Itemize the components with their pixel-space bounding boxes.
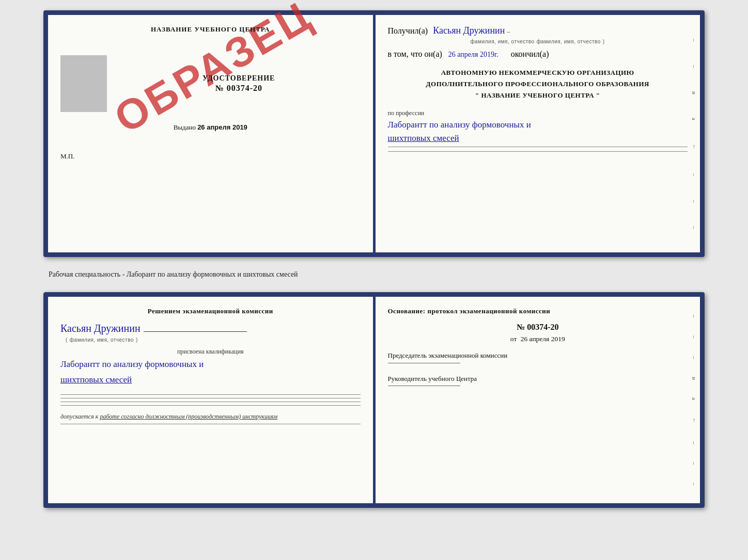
date-value: 26 апреля 2019г. — [448, 51, 498, 58]
cert-mp: М.П. — [60, 152, 361, 161]
right-side-markers: – – и а ← – – – — [689, 15, 700, 252]
comm-fio-block: Касьян Дружинин ( фамилия, имя, отчество… — [60, 323, 361, 344]
comm-qual-text: Лаборантт по анализу формовочных и — [60, 358, 361, 371]
comm-right-title: Основание: протокол экзаменационной коми… — [388, 307, 688, 315]
specialty-line: Рабочая специальность - Лаборант по анал… — [43, 270, 705, 279]
profession-label: по профессии — [388, 109, 688, 117]
comm-right-side-markers: – – – и а ← – – – — [689, 297, 700, 503]
cert-doc-label: УДОСТОВЕРЕНИЕ — [202, 74, 275, 83]
comm-fio-sub: ( — [66, 337, 68, 343]
fio-sub-cert: фамилия, имя, отчество — [471, 39, 535, 44]
org-line2: ДОПОЛНИТЕЛЬНОГО ПРОФЕССИОНАЛЬНОГО ОБРАЗО… — [388, 78, 688, 90]
comm-qual-text-2: шихтповых смесей — [60, 373, 361, 387]
org-block: АВТОНОМНУЮ НЕКОММЕРЧЕСКУЮ ОРГАНИЗАЦИЮ ДО… — [388, 67, 688, 101]
comm-qual-label: присвоена квалификация — [60, 348, 361, 356]
photo-placeholder — [60, 55, 107, 112]
comm-lines-block — [60, 394, 361, 406]
cert-issued-line: Выдано 26 апреля 2019 — [60, 123, 361, 132]
commission-book: Решением экзаменационной комиссии Касьян… — [43, 292, 705, 508]
comm-chairman-sign — [388, 363, 460, 363]
document-container: НАЗВАНИЕ УЧЕБНОГО ЦЕНТРА ОБРАЗЕЦ УДОСТОВ… — [43, 10, 705, 508]
comm-director-label: Руководитель учебного Центра — [388, 374, 688, 384]
cert-left-page: НАЗВАНИЕ УЧЕБНОГО ЦЕНТРА ОБРАЗЕЦ УДОСТОВ… — [48, 15, 374, 252]
protocol-date-prefix: от — [510, 335, 517, 343]
cert-right-page: Получил(а) Касьян Дружинин – фамилия, им… — [376, 15, 700, 252]
comm-director-block: Руководитель учебного Центра — [388, 374, 688, 387]
comm-chairman-label: Председатель экзаменационной комиссии — [388, 350, 688, 361]
comm-title: Решением экзаменационной комиссии — [60, 307, 361, 315]
date-line: в том, что он(а) 26 апреля 2019г. окончи… — [388, 50, 688, 59]
cert-doc-number: № 00374-20 — [215, 84, 262, 93]
comm-допуск-label: допускается к — [60, 413, 98, 420]
cert-issued-date: 26 апреля 2019 — [197, 123, 247, 131]
org-line1: АВТОНОМНУЮ НЕКОММЕРЧЕСКУЮ ОРГАНИЗАЦИЮ — [388, 67, 688, 78]
comm-допуск: допускается к работе согласно должностны… — [60, 413, 361, 421]
comm-fio-underline — [144, 331, 247, 332]
cert-issued-label: Выдано — [174, 123, 196, 131]
profession-text: Лаборантт по анализу формовочных и — [388, 118, 688, 132]
comm-допуск-text: работе согласно должностным (производств… — [100, 413, 277, 420]
profession-block: по профессии Лаборантт по анализу формов… — [388, 109, 688, 152]
org-line3: " НАЗВАНИЕ УЧЕБНОГО ЦЕНТРА " — [388, 90, 688, 101]
date-label: в том, что он(а) — [388, 50, 442, 58]
received-line: Получил(а) Касьян Дружинин – фамилия, им… — [388, 25, 688, 45]
comm-protocol-date: от 26 апреля 2019 — [388, 335, 688, 343]
comm-right-page: Основание: протокол экзаменационной коми… — [376, 297, 700, 503]
comm-chairman-block: Председатель экзаменационной комиссии — [388, 350, 688, 363]
date-finished: окончил(а) — [511, 50, 549, 58]
comm-protocol-number: № 00374-20 — [388, 323, 688, 332]
received-fio: Касьян Дружинин — [433, 25, 505, 36]
comm-director-sign — [388, 386, 460, 386]
protocol-date-value: 26 апреля 2019 — [521, 335, 565, 343]
comm-fio-text: Касьян Дружинин — [60, 323, 141, 334]
cert-left-title: НАЗВАНИЕ УЧЕБНОГО ЦЕНТРА — [60, 25, 361, 34]
profession-text-2: шихтповых смесей — [388, 132, 688, 145]
certificate-book: НАЗВАНИЕ УЧЕБНОГО ЦЕНТРА ОБРАЗЕЦ УДОСТОВ… — [43, 10, 705, 257]
received-label: Получил(а) — [388, 26, 428, 35]
comm-left-page: Решением экзаменационной комиссии Касьян… — [48, 297, 374, 503]
